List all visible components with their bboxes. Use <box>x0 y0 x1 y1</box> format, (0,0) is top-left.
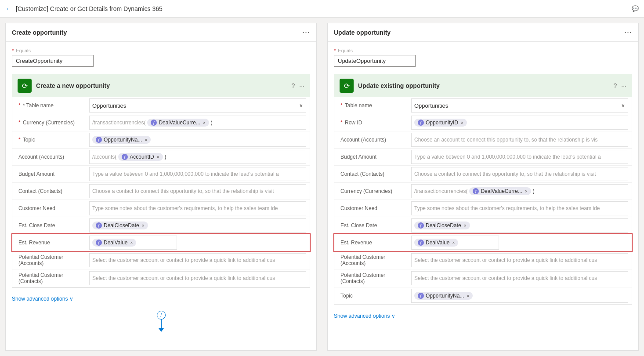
right-pot-cust-con-value[interactable]: Select the customer account or contact t… <box>411 271 628 285</box>
left-close-date-value[interactable]: ƒ DealCloseDate × <box>89 218 306 232</box>
left-help-icon[interactable]: ? <box>292 82 295 89</box>
left-customer-need-placeholder: Type some notes about the customer's req… <box>92 205 278 211</box>
back-button[interactable]: ← <box>5 5 12 13</box>
right-contact-value[interactable]: Choose a contact to connect this opportu… <box>411 167 628 181</box>
left-pot-cust-con-value[interactable]: Select the customer account or contact t… <box>89 271 306 285</box>
right-currency-value[interactable]: /transactioncurrencies( ƒ DealValueCurre… <box>411 184 628 198</box>
right-pot-cust-acc-label: Potential Customer (Accounts) <box>334 251 411 269</box>
left-est-revenue-x[interactable]: × <box>130 240 133 245</box>
right-est-revenue-x[interactable]: × <box>452 240 455 245</box>
main-area: Create opportunity ··· * Equals CreateOp… <box>0 18 644 356</box>
right-help-icon[interactable]: ? <box>614 82 617 89</box>
left-action-menu[interactable]: ··· <box>299 82 304 89</box>
right-panel-title: Update opportunity <box>334 29 391 36</box>
right-equals-section: * Equals UpdateOpportunity <box>328 42 638 70</box>
right-topic-token-icon: ƒ <box>418 293 424 299</box>
right-pot-cust-acc-row: Potential Customer (Accounts) Select the… <box>334 251 632 269</box>
left-action-body: * * Table name Opportunities ∨ * Currenc… <box>12 97 310 287</box>
left-pot-cust-con-label: Potential Customer (Contacts) <box>12 269 89 287</box>
right-est-revenue-icon: ƒ <box>418 240 424 246</box>
right-budget-label: Budget Amount <box>334 151 411 163</box>
left-topic-token-icon: ƒ <box>96 137 102 143</box>
right-table-name-label: * Table name <box>334 100 411 111</box>
right-table-name-arrow[interactable]: ∨ <box>621 102 625 109</box>
left-customer-need-value[interactable]: Type some notes about the customer's req… <box>89 201 306 215</box>
right-customer-need-value[interactable]: Type some notes about the customer's req… <box>411 201 628 215</box>
right-close-date-icon: ƒ <box>418 222 424 229</box>
left-equals-input[interactable]: CreateOpportunity <box>12 55 94 67</box>
left-action-header-icons: ? ··· <box>292 82 304 89</box>
info-icon: i <box>157 311 166 320</box>
right-panel-header: Update opportunity ··· <box>328 23 638 42</box>
left-est-revenue-value[interactable]: ƒ DealValue × <box>89 236 177 250</box>
left-currency-prefix: /transactioncurrencies( <box>92 120 145 126</box>
right-row-id-label: * Row ID <box>334 117 411 128</box>
right-contact-placeholder: Choose a contact to connect this opportu… <box>414 171 596 177</box>
title-bar: ← [Customize] Create or Get Details from… <box>0 0 644 18</box>
left-contact-value[interactable]: Choose a contact to connect this opportu… <box>89 184 306 198</box>
right-close-date-x[interactable]: × <box>464 223 467 228</box>
right-est-revenue-row: Est. Revenue ƒ DealValue × <box>334 234 632 251</box>
left-panel: Create opportunity ··· * Equals CreateOp… <box>5 23 317 351</box>
right-customer-need-label: Customer Need <box>334 203 411 214</box>
right-panel-menu[interactable]: ··· <box>624 28 632 37</box>
left-topic-token-x[interactable]: × <box>145 138 147 142</box>
right-panel: Update opportunity ··· * Equals UpdateOp… <box>327 23 639 351</box>
left-account-prefix: /accounts( <box>92 154 116 160</box>
right-budget-placeholder: Type a value between 0 and 1,000,000,000… <box>414 154 601 160</box>
left-est-revenue-icon: ƒ <box>96 240 102 246</box>
chat-icon[interactable]: 💬 <box>632 5 639 12</box>
left-close-date-x[interactable]: × <box>142 223 145 228</box>
left-currency-value[interactable]: /transactioncurrencies( ƒ DealValueCurre… <box>89 116 306 130</box>
right-budget-value[interactable]: Type a value between 0 and 1,000,000,000… <box>411 150 628 164</box>
left-close-date-row: Est. Close Date ƒ DealCloseDate × <box>12 217 310 234</box>
left-est-revenue-token: ƒ DealValue × <box>92 239 136 247</box>
right-equals-input[interactable]: UpdateOpportunity <box>334 55 416 67</box>
right-customer-need-placeholder: Type some notes about the customer's req… <box>414 205 600 211</box>
right-pot-cust-con-placeholder: Select the customer account or contact t… <box>414 275 597 281</box>
right-row-id-x[interactable]: × <box>461 120 463 125</box>
left-account-token-x[interactable]: × <box>157 155 159 160</box>
right-topic-token-x[interactable]: × <box>467 294 469 298</box>
right-topic-value[interactable]: ƒ OpportunityNa... × <box>411 289 628 303</box>
right-close-date-value[interactable]: ƒ DealCloseDate × <box>411 218 628 232</box>
right-action-title: Update existing opportunity <box>358 82 609 89</box>
right-currency-token-x[interactable]: × <box>525 189 528 194</box>
right-contact-row: Contact (Contacts) Choose a contact to c… <box>334 166 632 183</box>
right-action-body: * Table name Opportunities ∨ * Row ID <box>334 97 632 305</box>
right-close-date-token: ƒ DealCloseDate × <box>414 222 470 229</box>
left-table-name-arrow[interactable]: ∨ <box>299 102 303 109</box>
left-budget-placeholder: Type a value between 0 and 1,000,000,000… <box>92 171 279 177</box>
left-topic-token: ƒ OpportunityNa... × <box>92 136 151 144</box>
right-action-menu[interactable]: ··· <box>621 82 626 89</box>
left-account-row: Account (Accounts) /accounts( ƒ AccountI… <box>12 149 310 166</box>
left-show-advanced[interactable]: Show advanced options ∨ <box>6 291 316 306</box>
right-est-revenue-label: Est. Revenue <box>334 237 411 248</box>
right-currency-label: Currency (Currencies) <box>334 185 411 197</box>
left-currency-token-x[interactable]: × <box>203 120 206 125</box>
left-account-token-icon: ƒ <box>122 154 128 160</box>
right-action-icon: ⟳ <box>340 79 354 93</box>
right-topic-token: ƒ OpportunityNa... × <box>414 292 473 300</box>
right-show-advanced-chevron: ∨ <box>391 313 395 319</box>
left-table-name-value[interactable]: Opportunities ∨ <box>89 98 306 113</box>
arrow-line <box>161 320 162 328</box>
left-account-value[interactable]: /accounts( ƒ AccountID × ) <box>89 150 306 164</box>
left-currency-label: * Currency (Currencies) <box>12 117 89 128</box>
right-row-id-value[interactable]: ƒ OpportunityID × <box>411 116 628 130</box>
right-account-value[interactable]: Choose an account to connect this opport… <box>411 133 628 147</box>
right-show-advanced[interactable]: Show advanced options ∨ <box>328 309 638 323</box>
left-topic-value[interactable]: ƒ OpportunityNa... × <box>89 133 306 147</box>
right-pot-cust-acc-value[interactable]: Select the customer account or contact t… <box>411 253 628 267</box>
left-pot-cust-acc-placeholder: Select the customer account or contact t… <box>92 257 275 263</box>
left-account-token: ƒ AccountID × <box>118 153 163 161</box>
left-panel-menu[interactable]: ··· <box>302 28 310 37</box>
right-table-name-value[interactable]: Opportunities ∨ <box>411 98 628 113</box>
title-bar-icons: 💬 <box>632 5 639 12</box>
left-pot-cust-acc-value[interactable]: Select the customer account or contact t… <box>89 253 306 267</box>
left-budget-value[interactable]: Type a value between 0 and 1,000,000,000… <box>89 167 306 181</box>
left-equals-label: * Equals <box>12 48 310 53</box>
left-topic-row: * Topic ƒ OpportunityNa... × <box>12 131 310 149</box>
right-close-date-row: Est. Close Date ƒ DealCloseDate × <box>334 217 632 234</box>
right-est-revenue-value[interactable]: ƒ DealValue × <box>411 236 499 250</box>
